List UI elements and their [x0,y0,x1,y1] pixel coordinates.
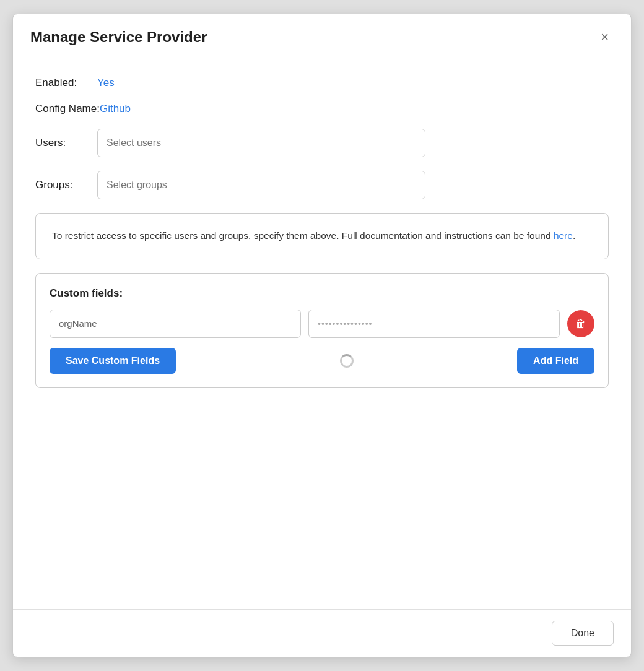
custom-fields-actions: Save Custom Fields Add Field [50,348,594,374]
save-custom-fields-button[interactable]: Save Custom Fields [50,348,176,374]
custom-field-row: 🗑 [50,310,594,338]
enabled-value[interactable]: Yes [97,77,115,89]
dialog-footer: Done [13,609,631,657]
config-name-row: Config Name: Github [35,103,609,115]
info-box-text: To restrict access to specific users and… [52,230,575,241]
custom-fields-title: Custom fields: [50,287,594,300]
groups-input[interactable] [97,171,425,199]
config-name-label: Config Name: [35,103,100,115]
manage-service-provider-dialog: Manage Service Provider × Enabled: Yes C… [12,14,632,657]
dialog-body: Enabled: Yes Config Name: Github Users: … [13,58,631,609]
loading-spinner [340,354,354,368]
delete-field-button[interactable]: 🗑 [567,310,594,337]
dialog-title: Manage Service Provider [30,28,207,46]
info-text-after: . [573,230,575,241]
users-input[interactable] [97,129,425,157]
info-text-before: To restrict access to specific users and… [52,230,554,241]
dialog-header: Manage Service Provider × [13,14,631,58]
enabled-label: Enabled: [35,77,97,89]
custom-field-name-input[interactable] [50,310,301,338]
users-label: Users: [35,137,97,149]
config-name-value[interactable]: Github [100,103,131,115]
info-box: To restrict access to specific users and… [35,213,609,259]
users-row: Users: [35,129,609,157]
custom-field-value-input[interactable] [308,310,560,338]
enabled-row: Enabled: Yes [35,77,609,89]
done-button[interactable]: Done [552,621,614,646]
close-button[interactable]: × [596,28,614,46]
groups-row: Groups: [35,171,609,199]
add-field-button[interactable]: Add Field [517,348,594,374]
custom-fields-box: Custom fields: 🗑 Save Custom Fields Add … [35,273,609,388]
trash-icon: 🗑 [575,318,586,329]
groups-label: Groups: [35,179,97,191]
info-box-link[interactable]: here [554,230,573,241]
